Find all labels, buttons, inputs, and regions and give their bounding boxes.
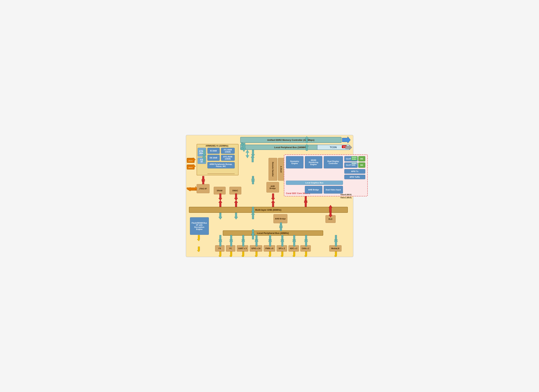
mux1-block: MUX (187, 158, 194, 163)
ddr2-arrow-right (342, 136, 351, 144)
uart-block: UART x 3 (237, 245, 248, 252)
i2s-block: I²S (215, 245, 225, 252)
svg-marker-5 (245, 155, 249, 158)
svg-marker-33 (241, 235, 245, 242)
ice-if-block: ICE I/F (198, 158, 206, 164)
12x-arrow (345, 145, 352, 150)
sig1-block: SIG (358, 156, 365, 161)
svg-marker-28 (279, 224, 283, 231)
svg-marker-1 (345, 145, 352, 150)
gpio-block: GPIO x 24 (250, 245, 262, 252)
svg-marker-35 (255, 235, 258, 242)
video0-label: Video0 (MUX) (340, 194, 351, 196)
ahb-bridge-top-block: AHB Bridge (266, 182, 279, 193)
ddr2-bus: Unified DDR2 Memory Controller (320Mbps) (240, 137, 342, 143)
adc-block: ADC x 2 (289, 245, 299, 252)
svg-marker-13 (234, 194, 238, 201)
svg-marker-0 (342, 137, 351, 143)
svg-marker-50 (255, 252, 257, 257)
svg-marker-19 (251, 177, 255, 184)
dual-video-block: Dual Video Input (324, 186, 343, 194)
lpb-bot-label: Local Peripheral Bus (40MHz) (257, 232, 289, 234)
sig2-block: SIG (358, 162, 365, 168)
svg-marker-24 (304, 196, 308, 203)
is-block: I$ 16kB (207, 148, 220, 154)
svg-marker-55 (334, 252, 337, 257)
jtag-arrow (187, 187, 197, 192)
svg-marker-47 (219, 252, 221, 257)
svg-marker-45 (334, 235, 338, 242)
rgb2-label: RGB2 (351, 162, 357, 165)
sram-block: SRAM (214, 187, 226, 194)
ahb-bridge-coral-block: AHB Bridge (305, 186, 322, 194)
svg-marker-6 (245, 150, 249, 153)
lpb-bot-bus: Local Peripheral Bus (40MHz) (223, 230, 323, 236)
ahb-multi-bus: Multi-layer AHB (80MHz) (189, 207, 348, 213)
svg-marker-56 (197, 235, 200, 241)
svg-marker-73 (234, 213, 238, 219)
svg-marker-17 (251, 150, 255, 157)
mediaLB-block: MediaLB (329, 245, 342, 252)
arm-periph-block: ARM Peripherals Remap, Pause, IRC (207, 162, 235, 168)
mux2-block: MUX (187, 165, 194, 169)
coral-gdc-outline: Coral GDC Core 160MHz Geometry Engine 2D… (284, 155, 368, 196)
render-engine-block: 2D/3D Rendering Engine (305, 156, 322, 168)
lpb-top-label: Local Peripheral Bus (160MHz) (274, 146, 308, 149)
geometry-engine-block: Geometry Engine (286, 156, 303, 168)
svg-marker-12 (219, 200, 222, 207)
svg-marker-41 (293, 235, 296, 242)
svg-marker-9 (202, 176, 205, 183)
svg-marker-11 (219, 194, 222, 201)
etm9-block: ETM9 (Mid.) (198, 148, 206, 156)
arm-title: ARM926EJ-S (320MHz) (206, 145, 228, 147)
svg-marker-25 (304, 200, 308, 207)
svg-marker-37 (268, 235, 272, 242)
apix-txrx-block: APIX Tx/Rx (344, 175, 365, 179)
svg-marker-29 (219, 235, 222, 242)
pwm-block: PWM x 8 (264, 245, 275, 252)
apix-tx-block: APIX Tx (344, 169, 365, 174)
svg-marker-27 (279, 223, 283, 230)
svg-marker-10 (202, 178, 205, 184)
dtc-ram-block: DTC-RAM (16kB) (221, 155, 235, 161)
arm-container: ARM926EJ-S (320MHz) ETM9 (Mid.) ICE I/F … (197, 144, 239, 175)
svg-marker-51 (268, 252, 271, 257)
jtag-block: JTAG I/F (197, 184, 210, 193)
svg-marker-18 (251, 176, 255, 183)
rsds-rgb1-label: RSDS, RGB1 (351, 156, 358, 160)
spi-block: SPI x 2 (277, 245, 287, 252)
svg-marker-52 (281, 252, 283, 257)
svg-marker-48 (229, 252, 232, 257)
svg-marker-72 (219, 213, 222, 219)
svg-marker-2 (187, 187, 197, 191)
diagram-container: Unified DDR2 Memory Controller (320Mbps)… (186, 135, 353, 257)
ahb-bridge-bot-block: AHB Bridge (274, 214, 287, 223)
svg-marker-21 (251, 212, 255, 219)
teal-v-arrow-1 (245, 150, 249, 159)
svg-marker-69 (251, 155, 254, 162)
svg-marker-53 (293, 252, 295, 257)
rld-block: RLD (325, 215, 336, 223)
svg-marker-31 (229, 235, 233, 242)
flash-sram-block: Flash/SRAM Bus I/F with Decryption Engin… (190, 217, 209, 235)
itc-ram-block: ITC-RAM (16kB) (221, 148, 235, 154)
svg-marker-57 (197, 247, 200, 252)
lgb-bus: Local Graphics Bus (286, 181, 343, 185)
arm-divider (207, 174, 235, 174)
svg-marker-15 (271, 194, 275, 201)
svg-marker-3 (242, 143, 246, 152)
svg-marker-14 (234, 200, 238, 207)
video1-label: Video1 (MUX) (340, 197, 351, 199)
remote-handler-block: Remote Handler (269, 158, 277, 181)
svg-marker-43 (304, 235, 308, 242)
a-shell-block: A-Shell (278, 158, 284, 181)
dmac-block: DMAC (229, 187, 241, 194)
svg-marker-39 (281, 235, 284, 242)
svg-marker-49 (241, 252, 244, 257)
ds-block: D$ 16kB (207, 155, 220, 161)
svg-marker-54 (304, 252, 307, 257)
can-block: CAN x 2 (300, 245, 311, 252)
dual-display-block: Dual Display Controller (324, 156, 343, 168)
teal-arrow-ddr2-arm (242, 143, 246, 152)
ddr2-bus-label: Unified DDR2 Memory Controller (320Mbps) (267, 139, 314, 141)
